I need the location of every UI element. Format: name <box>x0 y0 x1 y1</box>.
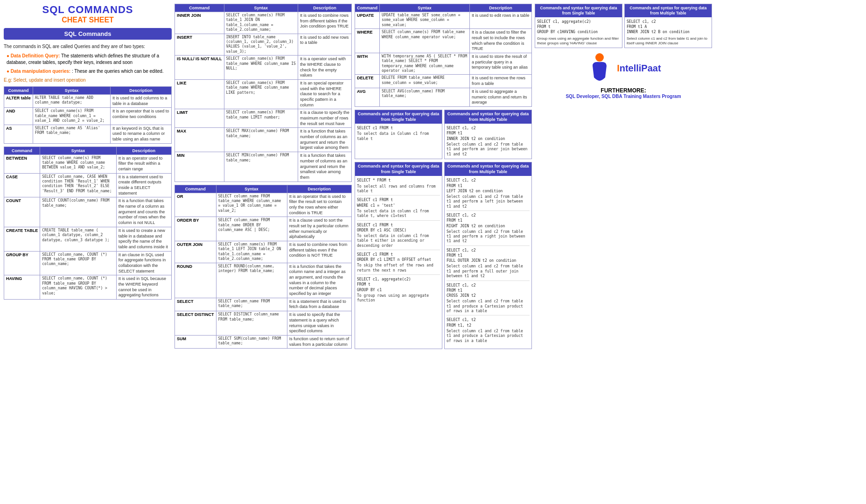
table-row: UPDATE table_name SET some_column = some… <box>380 12 470 29</box>
table-row: SELECT DISTINCT <box>175 311 216 336</box>
table-row: SELECT column_name(s) FROM table_name LI… <box>224 109 298 128</box>
table-row: SELECT column_name, COUNT (*) FROM table… <box>40 275 117 300</box>
table-row: OUTER JOIN <box>175 241 216 263</box>
table-row: ALTER table <box>4 95 33 108</box>
table-row: SELECT column_name(s) FROM table_name WH… <box>40 154 117 173</box>
table-row: It an keyword in SQL that is used to ren… <box>111 125 172 143</box>
table-joins: Command Syntax Description INNER JOINSEL… <box>175 4 352 182</box>
query-single-header-2: Commands and syntax for querying data fr… <box>355 162 442 176</box>
intro-text: The commands in SQL are called Queries a… <box>4 43 172 50</box>
svg-point-0 <box>595 53 604 62</box>
bullet-label-2: ● Data manipulation queries: <box>7 69 70 74</box>
top-right-multiple-box: Commands and syntax for querying data fr… <box>624 4 712 48</box>
table-row: It is an special operator used with the … <box>298 79 352 109</box>
table-row: It is used to aggregate a numeric column… <box>469 88 531 106</box>
bullet-list: ● Data Definition Query: The statements … <box>4 53 172 75</box>
table-row: It is an operator used to filter the res… <box>116 154 171 173</box>
table-row: It is used to store the result of a part… <box>469 53 531 75</box>
qm-cross-join: SELECT c1, c2FROM t1CROSS JOIN t2 Select… <box>447 283 530 316</box>
table-row: It is used to create a new table in a da… <box>116 227 171 251</box>
top-right-multiple-header: Commands and syntax for querying data fr… <box>625 4 712 17</box>
mid-panel-1: Command Syntax Description INNER JOINSEL… <box>175 4 352 352</box>
furthermore-label: FURTHERMORE: <box>535 87 712 94</box>
th-syn-1: Syntax <box>33 87 110 95</box>
table-row: SELECT MIN(column_name) FROM table_name; <box>224 152 298 182</box>
table-row: It is used to add new rows to a table <box>298 34 352 56</box>
table-row: AVG <box>355 88 380 106</box>
query-box-multiple-1: Commands and syntax for querying data fr… <box>444 110 532 159</box>
table-update-avg: Command Syntax Description UPDATEUPDATE … <box>355 4 532 107</box>
table-row: SELECT column_name(s) FROM table_name WH… <box>224 79 298 109</box>
table-row: It is sued to combine rows from differen… <box>287 241 351 263</box>
qi-where-test: SELECT c1 FROM tWHERE c1 = 'test' To sel… <box>357 197 440 220</box>
table-row: It is a clause to specify the maximum nu… <box>298 109 352 128</box>
top-right-single-header: Commands and syntax for querying data fr… <box>535 4 622 17</box>
table-row: CREATE TABLE <box>4 227 40 251</box>
table-row: Is function used to return sum of values… <box>287 335 351 348</box>
th-cmd-1: Command <box>4 87 33 95</box>
table-row: WHERE <box>355 29 380 53</box>
query-box-single-2: Commands and syntax for querying data fr… <box>355 162 442 349</box>
table-row: It is a statement that is used to fetch … <box>287 298 351 311</box>
table-alter-and-as: Command Syntax Description ALTER tableAL… <box>4 86 172 144</box>
table-row: ORDER BY <box>175 217 216 241</box>
table-row: It is an operator that is used to filter… <box>287 193 351 217</box>
table-row: IS NULL/ IS NOT NULL <box>175 56 224 80</box>
top-right-multiple-content: SELECT c1, c2FROM t1 AINNER JOIN t2 B on… <box>625 17 712 48</box>
example-text: E.g: Select, update and insert operation <box>4 77 172 83</box>
table-row: SELECT column_name FROM table_name; <box>216 298 287 311</box>
table-row: SUM <box>175 335 216 348</box>
th-desc-3: Description <box>298 4 352 12</box>
table-row: MIN <box>175 152 224 182</box>
table-row: CREATE TABLE table_name ( column_1 datat… <box>40 227 117 251</box>
table-row: MAX <box>175 128 224 152</box>
top-right-single-content: SELECT c1, aggregate(c2)FROM tGROUP BY c… <box>535 17 622 48</box>
table-row: SELECT AVG(column_name) FROM table_name; <box>380 88 470 106</box>
th-syn-5: Syntax <box>380 4 470 12</box>
qm-cartesian: SELECT c1, t2FROM t1, t2 Select column c… <box>447 317 530 345</box>
page: SQL COMMANDS CHEAT SHEET SQL Commands Th… <box>0 0 866 356</box>
qi-aggregate: SELECT c1, aggregate(c2)FROM tGROUP BY c… <box>357 277 440 304</box>
table-row: BETWEEN <box>4 154 40 173</box>
table-row: SELECT DISTINCT column_name FROM table_n… <box>216 311 287 336</box>
table-row: SELECT column_name AS 'Alias' FROM table… <box>33 125 110 143</box>
code-select-c1: SELECT c1 FROM t <box>357 126 440 131</box>
query-multiple-header-2: Commands and syntax for querying data fr… <box>445 162 531 176</box>
logo-text: IntelliPaat <box>617 63 661 73</box>
main-title: SQL COMMANDS <box>4 4 172 16</box>
furthermore-sub: SQL Developer, SQL DBA Training Masters … <box>535 94 712 99</box>
mid-panel-2: Command Syntax Description UPDATEUPDATE … <box>355 4 532 352</box>
query-multiple-header-1: Commands and syntax for querying data fr… <box>445 110 531 124</box>
desc-inner-join: Select column c1 and c2 from table t1 an… <box>447 142 530 157</box>
query-single-content-2: SELECT * FROM t To select all rows and c… <box>355 176 442 308</box>
table-row: It is used in SQL because the WHERE keyw… <box>116 275 171 300</box>
table-row: It is used to combine rows from differen… <box>298 12 352 34</box>
table-row: AND <box>4 108 33 125</box>
table-row: ALTER TABLE table_name ADD column_name d… <box>33 95 110 108</box>
qi-select-all: SELECT * FROM t To select all rows and c… <box>357 178 440 196</box>
query-multiple-content-1: SELECT c1, c2FROM t1INNER JOIN t2 on con… <box>445 124 531 159</box>
table-row: OR <box>175 193 216 217</box>
table-row: INSERT <box>175 34 224 56</box>
table-row: SELECT column_name(s) FROM table_name WH… <box>224 56 298 80</box>
table-row: SELECT column_name, CASE WHEN condition … <box>40 173 117 197</box>
table-row: SELECT column_name, COUNT (*) FROM table… <box>40 251 117 275</box>
th-cmd-5: Command <box>355 4 380 12</box>
bullet-label-1: ● Data Definition Query: <box>7 53 60 58</box>
table-row: It is a function that takes number of co… <box>298 152 352 182</box>
top-right-area: Commands and syntax for querying data fr… <box>535 4 712 48</box>
qi-limit-offset: SELECT c1 FROM tORDER BY c1 LIMIT n OFFS… <box>357 252 440 275</box>
table-row: SELECT column_name(s) FROM table_1 LEFT … <box>216 241 287 263</box>
subtitle: CHEAT SHEET <box>4 16 172 24</box>
table-row: COUNT <box>4 197 40 227</box>
qm-left-join: SELECT c1, c2FROM t1LEFT JOIN t2 on cond… <box>447 178 530 211</box>
table-row: HAVING <box>4 275 40 300</box>
table-row: DELETE <box>355 75 380 88</box>
th-cmd-4: Command <box>175 185 216 193</box>
table-row: AS <box>4 125 33 143</box>
code-inner-join: SELECT c1, c2FROM t1INNER JOIN t2 on con… <box>447 126 530 141</box>
th-desc-2: Description <box>116 147 171 154</box>
query-section-2: Commands and syntax for querying data fr… <box>355 162 532 349</box>
query-box-single-1: Commands and syntax for querying data fr… <box>355 110 442 159</box>
table-row: SELECT column_name(s) FROM table_1 JOIN … <box>224 12 298 34</box>
